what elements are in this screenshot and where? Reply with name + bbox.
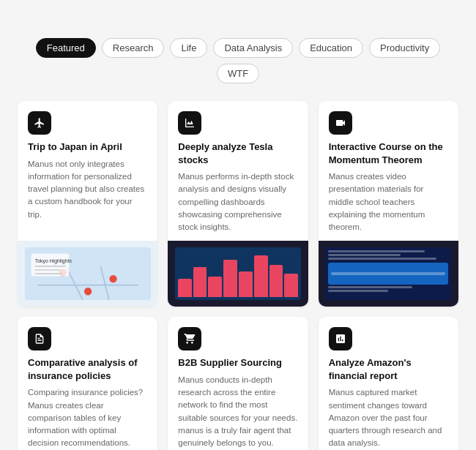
plane-icon: [28, 111, 51, 135]
filter-btn-featured[interactable]: Featured: [36, 38, 96, 58]
card-title-b2b: B2B Supplier Sourcing: [178, 356, 297, 370]
card-title-insurance: Comparative analysis of insurance polici…: [28, 356, 147, 382]
card-title-amazon: Analyze Amazon's financial report: [329, 356, 448, 382]
card-desc-b2b: Manus conducts in-depth research across …: [178, 374, 297, 450]
page-wrapper: FeaturedResearchLifeData AnalysisEducati…: [0, 0, 476, 450]
chart2-icon: [329, 327, 352, 350]
cart-icon: [178, 327, 201, 350]
svg-point-4: [83, 288, 91, 295]
card-desc-tesla: Manus performs in-depth stock analysis a…: [178, 170, 297, 233]
card-insurance[interactable]: Comparative analysis of insurance polici…: [18, 317, 157, 450]
filter-btn-research[interactable]: Research: [102, 38, 165, 58]
card-content-japan: Trip to Japan in AprilManus not only int…: [18, 101, 157, 228]
card-preview-tesla: [168, 241, 308, 307]
svg-point-5: [109, 275, 116, 282]
card-content-momentum: Interactive Course on the Momentum Theor…: [319, 101, 458, 241]
card-desc-insurance: Comparing insurance policies? Manus crea…: [28, 386, 147, 449]
card-content-b2b: B2B Supplier SourcingManus conducts in-d…: [168, 317, 308, 450]
card-japan[interactable]: Trip to Japan in AprilManus not only int…: [18, 101, 157, 307]
svg-line-2: [100, 266, 113, 300]
card-momentum[interactable]: Interactive Course on the Momentum Theor…: [319, 101, 458, 307]
card-desc-japan: Manus not only integrates information fo…: [28, 158, 147, 221]
card-title-tesla: Deeply analyze Tesla stocks: [178, 140, 297, 166]
card-content-tesla: Deeply analyze Tesla stocksManus perform…: [168, 101, 308, 241]
filter-btn-data-analysis[interactable]: Data Analysis: [213, 38, 293, 58]
cards-grid: Trip to Japan in AprilManus not only int…: [18, 101, 458, 450]
svg-text:Tokyo Highlights: Tokyo Highlights: [34, 258, 72, 264]
card-b2b[interactable]: B2B Supplier SourcingManus conducts in-d…: [168, 317, 308, 450]
card-title-japan: Trip to Japan in April: [28, 140, 147, 154]
card-content-insurance: Comparative analysis of insurance polici…: [18, 317, 157, 450]
card-content-amazon: Analyze Amazon's financial reportManus c…: [319, 317, 458, 450]
card-desc-momentum: Manus creates video presentation materia…: [329, 170, 448, 233]
filter-btn-productivity[interactable]: Productivity: [369, 38, 440, 58]
card-desc-amazon: Manus captured market sentiment changes …: [329, 386, 448, 449]
filter-btn-education[interactable]: Education: [299, 38, 363, 58]
card-preview-momentum: [319, 241, 458, 307]
card-preview-japan: Tokyo Highlights: [18, 241, 157, 307]
card-amazon[interactable]: Analyze Amazon's financial reportManus c…: [319, 317, 458, 450]
video-icon: [329, 111, 352, 135]
card-title-momentum: Interactive Course on the Momentum Theor…: [329, 140, 448, 166]
filters-bar: FeaturedResearchLifeData AnalysisEducati…: [18, 38, 458, 83]
card-tesla[interactable]: Deeply analyze Tesla stocksManus perform…: [168, 101, 308, 307]
filter-btn-life[interactable]: Life: [170, 38, 207, 58]
chart-icon: [178, 111, 201, 135]
svg-rect-6: [31, 254, 69, 277]
filter-btn-wtf[interactable]: WTF: [217, 64, 259, 83]
document-icon: [28, 327, 51, 350]
